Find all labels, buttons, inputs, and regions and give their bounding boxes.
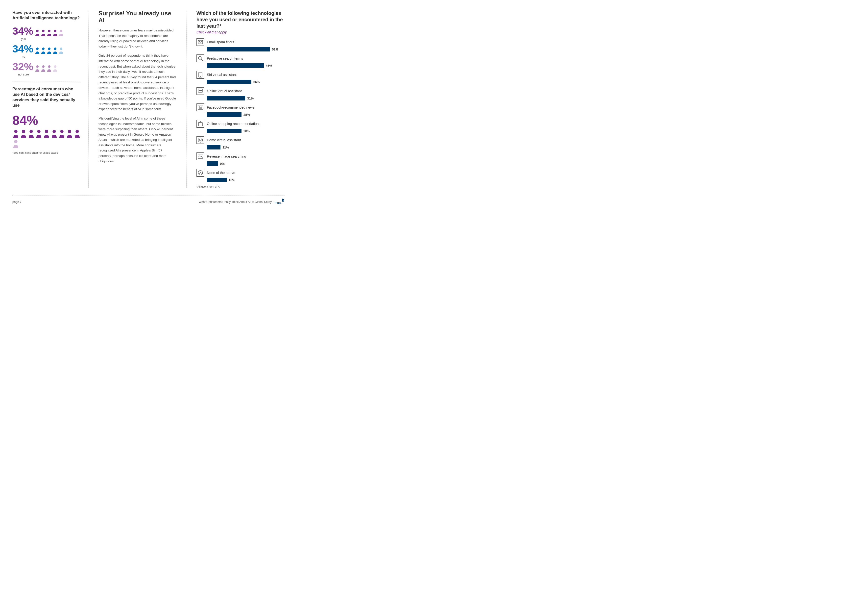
svg-point-9: [60, 48, 62, 50]
svg-point-32: [201, 90, 202, 91]
yes-icons: [35, 29, 64, 37]
email-bar: [207, 47, 270, 51]
tech-header-shopping: Online shopping recommendations: [197, 120, 285, 128]
person-icon-4: [53, 29, 58, 37]
lg-person-4: [36, 129, 42, 139]
ns-person-1: [35, 65, 40, 72]
search-label: Predictive search terms: [207, 56, 243, 60]
lg-person-5: [43, 129, 50, 139]
fb-news-pct: 28%: [243, 113, 250, 116]
image-icon: [197, 152, 205, 160]
stat-yes: 34% yes: [12, 25, 81, 40]
svg-point-25: [198, 56, 202, 59]
image-pct: 9%: [220, 162, 225, 166]
x-circle-icon: [197, 169, 205, 177]
lg-person-3: [28, 129, 35, 139]
tech-header-home-va: Home virtual assistant: [197, 136, 285, 144]
online-va-pct: 31%: [247, 96, 254, 100]
siri-bar-row: 36%: [207, 80, 285, 84]
shopping-bar: [207, 129, 242, 133]
tech-item-fb-news: Facebook-recommended news 28%: [197, 104, 285, 117]
svg-point-16: [29, 130, 33, 133]
check-label: Check all that apply: [197, 30, 285, 34]
tech-header-siri: Siri virtual assistant: [197, 71, 285, 79]
tech-item-image: Reverse image searching 9%: [197, 152, 285, 166]
notsure-pct: 32%: [12, 61, 35, 73]
svg-point-12: [48, 65, 51, 68]
search-pct: 46%: [266, 64, 272, 68]
ns-person-3: [46, 65, 52, 72]
tech-item-home-va: Home virtual assistant 11%: [197, 136, 285, 149]
tech-item-email: Email spam filters 51%: [197, 38, 285, 51]
ns-person-2: [40, 65, 46, 72]
no-pct: 34%: [12, 43, 35, 55]
no-person-2: [40, 47, 46, 54]
svg-point-0: [36, 30, 39, 32]
svg-point-4: [60, 30, 62, 32]
mid-para-1: However, these consumer fears may be mis…: [98, 28, 177, 49]
svg-point-15: [22, 130, 25, 133]
email-pct: 51%: [272, 48, 278, 51]
svg-point-2: [48, 30, 51, 32]
svg-point-13: [54, 65, 56, 68]
no-person-4: [53, 47, 58, 54]
mid-column: Surprise! You already use AI However, th…: [88, 10, 186, 188]
tech-item-shopping: Online shopping recommendations 28%: [197, 120, 285, 133]
tech-header-online-va: Online virtual assistant: [197, 87, 285, 95]
none-bar: [207, 178, 227, 182]
right-column: Which of the following technologies have…: [186, 10, 285, 188]
chat-icon: [197, 87, 205, 95]
home-chat-icon: [197, 136, 205, 144]
shopping-label: Online shopping recommendations: [207, 122, 260, 126]
news-icon: [197, 104, 205, 112]
tech-item-none: None of the above 16%: [197, 169, 285, 182]
tech-header-search: Predictive search terms: [197, 54, 285, 62]
tech-item-online-va: Online virtual assistant 31%: [197, 87, 285, 101]
svg-point-30: [199, 90, 200, 91]
phone-icon: [197, 71, 205, 79]
search-bar: [207, 64, 264, 68]
stat-notsure: 32% not sure: [12, 61, 81, 76]
online-va-label: Online virtual assistant: [207, 89, 242, 93]
left-question: Have you ever interacted with Artificial…: [12, 10, 81, 21]
svg-rect-34: [199, 106, 200, 107]
lg-person-6: [51, 129, 57, 139]
siri-label: Siri virtual assistant: [207, 73, 237, 77]
pega-logo-icon: Pega: [274, 198, 285, 206]
fb-news-bar-row: 28%: [207, 112, 285, 117]
tech-item-search: Predictive search terms 46%: [197, 54, 285, 68]
svg-text:Pega: Pega: [274, 201, 281, 204]
svg-point-23: [14, 140, 17, 143]
fb-news-bar: [207, 112, 242, 117]
svg-point-14: [14, 130, 17, 133]
image-bar-row: 9%: [207, 161, 285, 166]
shopping-bar-row: 28%: [207, 129, 285, 133]
page-number: page 7: [12, 200, 22, 204]
no-person-1: [35, 47, 40, 54]
home-va-bar: [207, 145, 220, 149]
home-va-label: Home virtual assistant: [207, 138, 241, 142]
svg-point-20: [60, 130, 64, 133]
right-title: Which of the following technologies have…: [197, 10, 285, 29]
main-layout: Have you ever interacted with Artificial…: [12, 10, 285, 188]
person-icon-1: [35, 29, 40, 37]
svg-point-11: [42, 65, 45, 68]
tech-header-image: Reverse image searching: [197, 152, 285, 160]
siri-bar: [207, 80, 251, 84]
no-icons: [35, 47, 64, 54]
svg-rect-38: [198, 122, 202, 126]
person-icon-3: [46, 29, 52, 37]
svg-line-26: [201, 59, 203, 60]
svg-point-19: [53, 130, 56, 133]
lg-person-10-partial: [12, 140, 19, 149]
mid-para-2: Only 34 percent of respondents think the…: [98, 53, 177, 112]
svg-rect-40: [198, 154, 203, 159]
lg-person-2: [20, 129, 27, 139]
mid-title: Surprise! You already use AI: [98, 10, 177, 24]
home-va-pct: 11%: [222, 146, 229, 149]
svg-rect-33: [198, 105, 203, 110]
large-icons-row: [12, 129, 81, 149]
big-pct: 84%: [12, 113, 81, 128]
svg-point-7: [48, 48, 51, 50]
right-footnote: *All use a form of AI: [197, 185, 285, 188]
